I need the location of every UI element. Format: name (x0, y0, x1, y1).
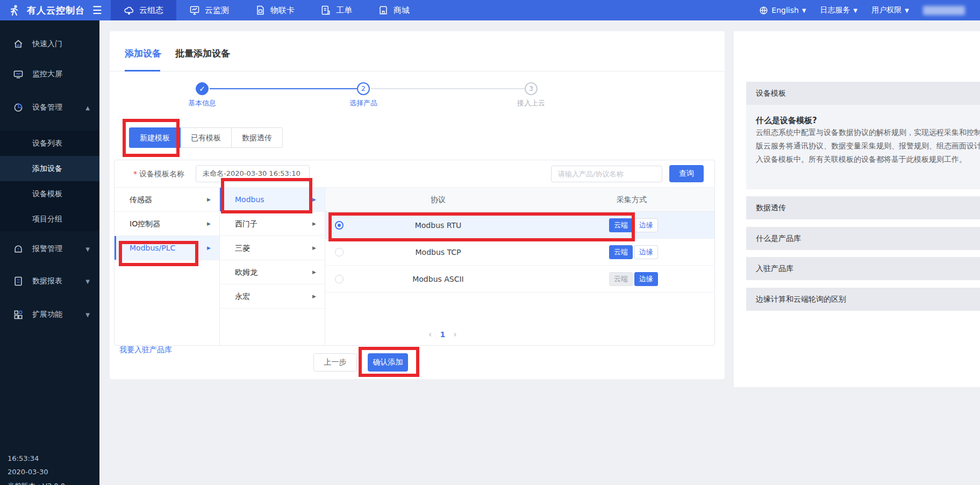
acquisition-mode-column-header: 采集方式 (551, 188, 712, 212)
brand-modbus[interactable]: Modbus▶ (220, 188, 325, 212)
clock-time: 16:53:34 (8, 454, 39, 462)
add-device-panel: 添加设备 批量添加设备 ✓ 2 3 基本信息 选择产品 接入上云 新建模板 已有… (110, 31, 725, 379)
arrow-right-icon: ▶ (312, 212, 316, 236)
table-row-modbus-tcp[interactable]: Modbus TCP 云端 边缘 (325, 239, 714, 266)
store-icon (378, 5, 389, 16)
sidebar-item-label: 报警管理 (32, 244, 62, 254)
sidebar-item-device-list[interactable]: 设备列表 (0, 131, 99, 156)
device-management-icon (13, 102, 24, 113)
arrow-right-icon: ▶ (207, 212, 211, 236)
product-search-input[interactable] (551, 166, 662, 182)
globe-icon (759, 6, 768, 15)
protocol-name: Modbus TCP (325, 239, 551, 266)
submenu-label: 项目分组 (32, 215, 62, 223)
sidebar-item-project-group[interactable]: 项目分组 (0, 206, 99, 232)
version-label: 当前版本：V3.0.0 (8, 481, 65, 485)
language-label: English (771, 6, 799, 15)
edge-mode-button[interactable]: 边缘 (634, 245, 658, 259)
user-rights-dropdown[interactable]: 用户权限 ▼ (871, 5, 909, 15)
pagination-next-icon[interactable]: › (453, 329, 456, 339)
nav-label: 云组态 (139, 5, 163, 16)
brand-fatek[interactable]: 永宏▶ (220, 284, 325, 309)
help-section-join-product-library[interactable]: 入驻产品库 (746, 257, 980, 280)
edge-mode-button[interactable]: 边缘 (634, 218, 658, 232)
username-redacted[interactable] (923, 6, 965, 15)
tab-bar: 添加设备 批量添加设备 (110, 31, 725, 72)
step-1-label: 基本信息 (170, 98, 234, 108)
arrow-right-icon: ▶ (312, 284, 316, 309)
sidebar-item-monitor-screen[interactable]: 监控大屏 (0, 62, 99, 86)
brand-mitsubishi[interactable]: 三菱▶ (220, 236, 325, 260)
brand-label: 永宏 (235, 292, 250, 301)
table-row-modbus-ascii[interactable]: Modbus ASCII 云端 边缘 (325, 266, 714, 293)
sidebar-item-label: 扩展功能 (32, 310, 62, 319)
help-section-edge-vs-cloud[interactable]: 边缘计算和云端轮询的区别 (746, 288, 980, 311)
pagination-prev-icon[interactable]: ‹ (428, 329, 432, 339)
tab-batch-add-device[interactable]: 批量添加设备 (175, 47, 230, 60)
nav-work-order[interactable]: 工单 (307, 0, 365, 20)
sidebar-item-device-template[interactable]: 设备模板 (0, 181, 99, 206)
nav-label: 物联卡 (270, 5, 295, 16)
new-template-button[interactable]: 新建模板 (129, 127, 181, 148)
nav-cloud-monitor[interactable]: 云监测 (176, 0, 242, 20)
brand-label: 三菱 (235, 244, 250, 252)
step-2-label: 选择产品 (331, 98, 396, 108)
device-template-description: 什么是设备模板? 云组态系统中配置与设备数据协议的解析规则，实现远程采集和控制 … (746, 105, 980, 189)
help-section-device-template[interactable]: 设备模板 (746, 82, 980, 105)
brand-column: Modbus▶ 西门子▶ 三菱▶ 欧姆龙▶ 永宏▶ (220, 188, 325, 345)
sim-card-icon (255, 5, 266, 16)
cloud-mode-button[interactable]: 云端 (609, 245, 633, 259)
previous-step-button[interactable]: 上一步 (313, 353, 357, 372)
sidebar-item-label: 设备管理 (32, 103, 62, 112)
help-section-data-passthrough[interactable]: 数据透传 (746, 196, 980, 219)
help-section-what-is-product-library[interactable]: 什么是产品库 (746, 227, 980, 250)
existing-template-button[interactable]: 已有模板 (180, 127, 232, 148)
sidebar-item-add-device[interactable]: 添加设备 (0, 156, 99, 181)
category-modbus-plc[interactable]: Modbus/PLC▶ (115, 236, 219, 260)
query-button[interactable]: 查询 (669, 165, 704, 182)
join-product-library-link[interactable]: 我要入驻产品库 (119, 345, 172, 355)
category-sensor[interactable]: 传感器▶ (115, 188, 219, 212)
step-connector-pending (371, 88, 525, 89)
chevron-down-icon: ▼ (802, 8, 806, 13)
sidebar-item-alarm-management[interactable]: 报警管理 ▼ (0, 237, 99, 261)
nav-mall[interactable]: 商城 (365, 0, 423, 20)
sidebar-item-extensions[interactable]: 扩展功能 ▼ (0, 303, 99, 326)
nav-cloud-scada[interactable]: 云组态 (111, 0, 176, 20)
sidebar-item-device-management[interactable]: 设备管理 ▲ (0, 96, 99, 119)
category-io-controller[interactable]: IO控制器▶ (115, 212, 219, 236)
arrow-right-icon: ▶ (312, 260, 316, 284)
step-3-label: 接入上云 (499, 98, 563, 108)
data-passthrough-button[interactable]: 数据透传 (231, 127, 283, 148)
help-question-title: 什么是设备模板? (756, 116, 980, 126)
required-asterisk: * (133, 169, 137, 178)
edge-mode-button[interactable]: 边缘 (634, 272, 658, 286)
sidebar-item-data-report[interactable]: 数据报表 ▼ (0, 269, 99, 293)
extensions-grid-icon (13, 309, 24, 320)
chevron-down-icon: ▼ (85, 279, 90, 284)
protocol-name: Modbus RTU (325, 212, 551, 239)
template-name-input[interactable] (196, 165, 310, 182)
pagination-page-1[interactable]: 1 (440, 330, 445, 339)
table-row-modbus-rtu[interactable]: Modbus RTU 云端 边缘 (325, 212, 714, 239)
protocol-table-header: 协议 采集方式 (325, 188, 714, 212)
language-dropdown[interactable]: English ▼ (759, 6, 806, 15)
cloud-mode-button[interactable]: 云端 (609, 272, 633, 286)
confirm-add-button[interactable]: 确认添加 (368, 353, 408, 372)
top-navigation-bar: 有人云控制台 ☰ 云组态 云监测 物联卡 (0, 0, 980, 20)
arrow-right-icon: ▶ (312, 236, 316, 260)
cloud-mode-button[interactable]: 云端 (609, 218, 633, 232)
log-service-dropdown[interactable]: 日志服务 ▼ (820, 5, 858, 15)
protocol-name: Modbus ASCII (325, 266, 551, 293)
menu-toggle-icon[interactable]: ☰ (92, 5, 102, 16)
tab-add-device[interactable]: 添加设备 (125, 47, 161, 60)
brand-omron[interactable]: 欧姆龙▶ (220, 260, 325, 284)
nav-label: 工单 (336, 5, 352, 16)
brand-siemens[interactable]: 西门子▶ (220, 212, 325, 236)
brand-label: Modbus (235, 195, 264, 204)
sidebar-item-quick-start[interactable]: 快速入门 (0, 32, 99, 56)
pagination: ‹ 1 › (428, 329, 457, 339)
template-name-row: *设备模板名称 查询 (115, 160, 714, 188)
console-title: 有人云控制台 (27, 4, 85, 17)
nav-iot-card[interactable]: 物联卡 (242, 0, 307, 20)
